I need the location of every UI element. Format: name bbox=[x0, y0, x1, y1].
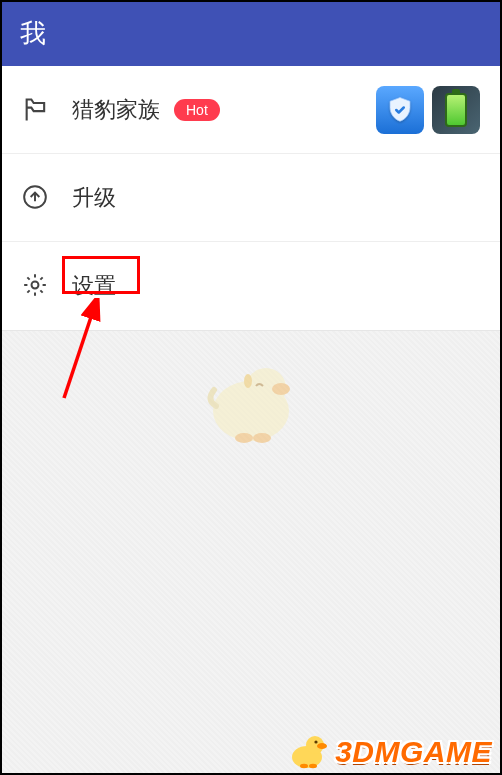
hot-badge: Hot bbox=[174, 99, 220, 121]
menu-item-label: 升级 bbox=[72, 183, 116, 213]
menu-item-label: 设置 bbox=[72, 271, 116, 301]
shield-app-icon[interactable] bbox=[376, 86, 424, 134]
family-apps bbox=[376, 86, 480, 134]
arrow-up-circle-icon bbox=[22, 184, 50, 212]
menu-item-upgrade[interactable]: 升级 bbox=[0, 154, 502, 242]
menu-item-settings[interactable]: 设置 bbox=[0, 242, 502, 330]
menu-item-family[interactable]: 猎豹家族 Hot bbox=[0, 66, 502, 154]
menu-item-label: 猎豹家族 bbox=[72, 95, 160, 125]
svg-point-1 bbox=[32, 282, 39, 289]
menu-list: 猎豹家族 Hot 升级 bbox=[0, 66, 502, 331]
flag-icon bbox=[22, 96, 50, 124]
battery-app-icon[interactable] bbox=[432, 86, 480, 134]
header: 我 bbox=[0, 0, 502, 66]
gear-icon bbox=[22, 272, 50, 300]
empty-area bbox=[0, 331, 502, 775]
page-title: 我 bbox=[20, 16, 46, 51]
